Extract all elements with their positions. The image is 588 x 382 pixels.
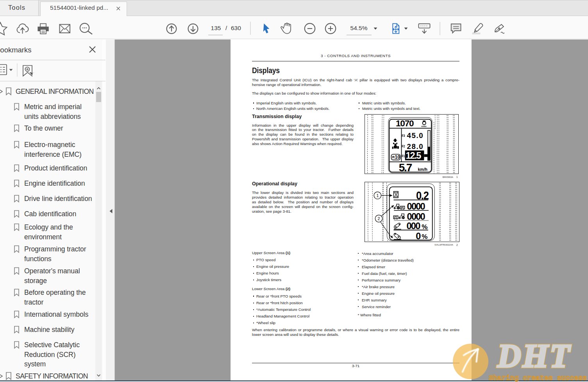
svg-text:F2: F2	[402, 144, 405, 148]
svg-text:%: %	[422, 223, 427, 231]
svg-text:2: 2	[378, 216, 380, 221]
svg-text:0: 0	[416, 231, 421, 241]
svg-text:12.5: 12.5	[406, 151, 422, 161]
svg-text:10: 10	[395, 154, 400, 160]
svg-text:km/h: km/h	[418, 167, 428, 172]
svg-text:%: %	[422, 233, 427, 240]
svg-text:DHT: DHT	[497, 338, 571, 374]
svg-text:F1: F1	[402, 154, 405, 158]
svg-text:1: 1	[376, 193, 379, 198]
svg-text:1070: 1070	[396, 118, 414, 128]
svg-text:45.0: 45.0	[407, 131, 424, 140]
svg-text:5.7: 5.7	[399, 161, 412, 174]
svg-text:n/min: n/min	[421, 125, 426, 127]
svg-text:0000: 0000	[407, 201, 425, 212]
svg-text:F3: F3	[402, 133, 405, 138]
svg-text:000: 000	[406, 221, 420, 231]
svg-text:Sharing creates success: Sharing creates success	[489, 374, 587, 382]
svg-text:28.0: 28.0	[407, 142, 424, 151]
